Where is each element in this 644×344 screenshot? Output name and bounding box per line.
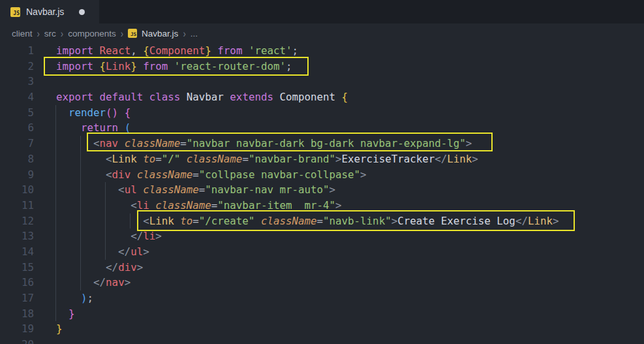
javascript-file-icon: JS — [128, 29, 137, 38]
code-text: </nav> — [34, 275, 130, 290]
line-number: 14 — [0, 244, 34, 260]
code-line[interactable]: 3 — [0, 74, 644, 89]
code-text: render() { — [34, 105, 130, 121]
indent-guide — [105, 228, 106, 244]
chevron-right-icon: › — [61, 27, 63, 40]
tab-title: Navbar.js — [26, 7, 64, 17]
indent-guide — [55, 167, 56, 183]
breadcrumb-item-client[interactable]: client — [12, 29, 33, 39]
line-number: 12 — [0, 213, 34, 229]
breadcrumb-item-more[interactable]: ... — [191, 29, 198, 39]
line-number: 17 — [0, 290, 34, 306]
indent-guide — [80, 228, 81, 244]
line-number: 18 — [0, 306, 34, 322]
indent-guide — [80, 275, 81, 290]
code-line[interactable]: 19} — [0, 321, 644, 337]
line-number: 9 — [0, 167, 34, 183]
code-line[interactable]: 5 render() { — [0, 105, 644, 121]
code-text: <Link to="/" className="navbar-brand">Ex… — [34, 151, 478, 167]
line-number: 1 — [0, 43, 34, 59]
code-text: <ul className="navbar-nav mr-auto"> — [34, 182, 335, 198]
line-number: 16 — [0, 275, 34, 290]
indent-guide — [55, 213, 56, 229]
line-number: 19 — [0, 321, 34, 337]
line-number: 8 — [0, 151, 34, 167]
indent-guide — [105, 213, 106, 229]
code-text: ); — [34, 290, 93, 306]
javascript-file-icon: JS — [10, 7, 20, 17]
indent-guide — [80, 151, 81, 167]
highlight-box-nav-classname-line-7 — [87, 133, 493, 151]
code-text — [34, 337, 56, 344]
tab-bar: JS Navbar.js — [0, 0, 644, 23]
chevron-right-icon: › — [183, 27, 185, 40]
indent-guide — [105, 244, 106, 260]
code-line[interactable]: 16 </nav> — [0, 275, 644, 290]
indent-guide — [55, 228, 56, 244]
indent-guide — [55, 136, 56, 151]
indent-guide — [55, 198, 56, 213]
line-number: 3 — [0, 74, 34, 89]
indent-guide — [80, 182, 81, 198]
highlight-box-create-link-line-12 — [137, 210, 575, 231]
code-text: } — [34, 321, 63, 337]
indent-guide — [105, 182, 106, 198]
indent-guide — [55, 290, 56, 306]
code-text: export default class Navbar extends Comp… — [34, 89, 348, 105]
indent-guide — [55, 120, 56, 136]
indent-guide — [55, 306, 56, 322]
code-line[interactable]: 15 </div> — [0, 260, 644, 275]
code-line[interactable]: 14 </ul> — [0, 244, 644, 260]
highlight-box-import-link-line-2 — [44, 57, 309, 76]
indent-guide — [55, 105, 56, 121]
line-number: 13 — [0, 228, 34, 244]
indent-guide — [80, 136, 81, 151]
line-number: 10 — [0, 182, 34, 198]
indent-guide — [55, 151, 56, 167]
line-number: 11 — [0, 198, 34, 213]
code-line[interactable]: 20 — [0, 337, 644, 344]
code-line[interactable]: 18 } — [0, 306, 644, 322]
indent-guide — [80, 167, 81, 183]
code-line[interactable]: 10 <ul className="navbar-nav mr-auto"> — [0, 182, 644, 198]
code-text: } — [34, 306, 75, 322]
line-number: 6 — [0, 120, 34, 136]
line-number: 15 — [0, 260, 34, 275]
code-text: <div className="collpase navbar-collpase… — [34, 167, 367, 183]
indent-guide — [105, 198, 106, 213]
indent-guide — [55, 275, 56, 290]
indent-guide — [80, 198, 81, 213]
line-number: 4 — [0, 89, 34, 105]
breadcrumb-item-components[interactable]: components — [68, 29, 116, 39]
line-number: 2 — [0, 59, 34, 74]
breadcrumb: client › src › components › JS Navbar.js… — [0, 23, 644, 43]
code-text — [34, 74, 56, 89]
indent-guide — [55, 244, 56, 260]
indent-guide — [80, 260, 81, 275]
breadcrumb-item-file[interactable]: Navbar.js — [142, 29, 178, 39]
chevron-right-icon: › — [121, 27, 123, 40]
indent-guide — [55, 182, 56, 198]
code-line[interactable]: 17 ); — [0, 290, 644, 306]
line-number: 5 — [0, 105, 34, 121]
code-editor: 1import React, {Component} from 'react';… — [0, 43, 644, 344]
indent-guide — [80, 213, 81, 229]
code-line[interactable]: 8 <Link to="/" className="navbar-brand">… — [0, 151, 644, 167]
indent-guide — [55, 260, 56, 275]
code-line[interactable]: 9 <div className="collpase navbar-collpa… — [0, 167, 644, 183]
line-number: 7 — [0, 136, 34, 151]
line-number: 20 — [0, 337, 34, 344]
breadcrumb-item-src[interactable]: src — [44, 29, 56, 39]
code-lines: 1import React, {Component} from 'react';… — [0, 43, 644, 344]
unsaved-changes-dot-icon[interactable] — [79, 9, 85, 15]
indent-guide — [80, 244, 81, 260]
code-line[interactable]: 4export default class Navbar extends Com… — [0, 89, 644, 105]
code-text: </div> — [34, 260, 143, 275]
indent-guide — [130, 213, 130, 229]
tab-navbar-js[interactable]: JS Navbar.js — [0, 0, 99, 23]
chevron-right-icon: › — [37, 27, 40, 40]
code-text: </ul> — [34, 244, 149, 260]
